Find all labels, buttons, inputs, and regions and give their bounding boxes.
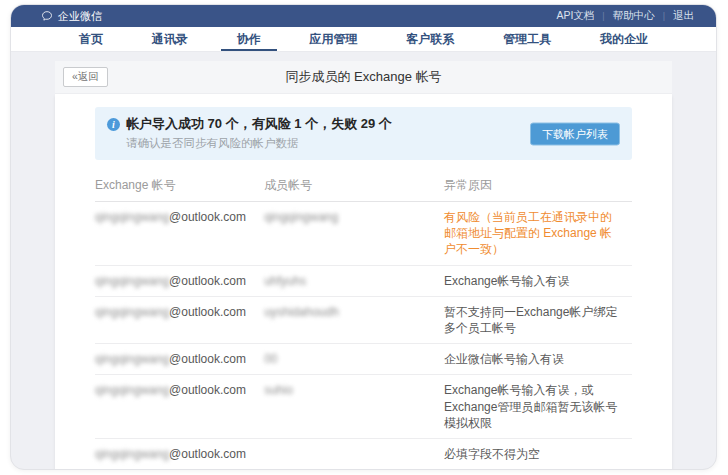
error-reason: 企业微信帐号输入有误 <box>444 344 632 375</box>
exchange-account-user: qingqingwang <box>95 447 169 461</box>
table-body: qingqingwang@outlook.com qingqingwang 有风… <box>95 202 632 471</box>
member-account: uyshidahoudh <box>264 305 339 319</box>
member-account: 00 <box>264 352 277 366</box>
table-row: qingqingwang@outlook.com uhfyuhs Exchang… <box>95 265 632 296</box>
error-reason: 必填字段不得为空 <box>444 438 632 469</box>
sync-result-table: Exchange 帐号 成员帐号 异常原因 qingqingwang@outlo… <box>95 171 632 470</box>
member-account: suhio <box>264 383 293 397</box>
tab-contacts[interactable]: 通讯录 <box>136 27 204 51</box>
table-row: qingqingwang@outlook.com 00 企业微信帐号输入有误 <box>95 344 632 375</box>
exchange-account-user: qingqingwang <box>95 210 169 224</box>
col-header-member-account: 成员帐号 <box>264 171 444 202</box>
top-bar: 企业微信 API文档 | 帮助中心 | 退出 <box>11 5 716 27</box>
tab-management-tools[interactable]: 管理工具 <box>487 27 567 51</box>
download-account-list-button[interactable]: 下载帐户列表 <box>530 122 620 145</box>
error-reason: Exchange帐号输入有误 <box>444 265 632 296</box>
table-row: qingqingwang@outlook.com suhio Exchange帐… <box>95 375 632 439</box>
tab-customer-contact[interactable]: 客户联系 <box>390 27 470 51</box>
app-window: 企业微信 API文档 | 帮助中心 | 退出 首页 通讯录 协作 应用管理 客户… <box>10 4 717 470</box>
app-logo-text: 企业微信 <box>58 9 102 24</box>
topbar-links: API文档 | 帮助中心 | 退出 <box>556 9 694 23</box>
col-header-exchange-account: Exchange 帐号 <box>95 171 264 202</box>
tab-home[interactable]: 首页 <box>63 27 119 51</box>
table-row: qingqingwang@outlook.com 必填字段不得为空 <box>95 438 632 469</box>
exchange-account-domain: @outlook.com <box>169 447 246 461</box>
exchange-account-user: qingqingwang <box>95 383 169 397</box>
divider: | <box>602 11 604 21</box>
panel-body: i 帐户导入成功 70 个，有风险 1 个，失败 29 个 请确认是否同步有风险… <box>55 94 672 470</box>
tab-app-management[interactable]: 应用管理 <box>293 27 373 51</box>
app-logo: 企业微信 <box>41 9 102 24</box>
tab-collaboration[interactable]: 协作 <box>221 27 277 51</box>
logout-link[interactable]: 退出 <box>673 9 694 23</box>
page-title: 同步成员的 Exchange 帐号 <box>285 68 441 86</box>
exchange-account-user: qingqingwang <box>95 352 169 366</box>
help-center-link[interactable]: 帮助中心 <box>613 9 655 23</box>
table-header-row: Exchange 帐号 成员帐号 异常原因 <box>95 171 632 202</box>
col-header-error-reason: 异常原因 <box>444 171 632 202</box>
api-docs-link[interactable]: API文档 <box>556 9 594 23</box>
info-icon: i <box>107 118 120 131</box>
main-nav: 首页 通讯录 协作 应用管理 客户联系 管理工具 我的企业 <box>11 27 716 52</box>
member-account: qingqingwang <box>264 210 338 224</box>
exchange-account-domain: @outlook.com <box>169 383 246 397</box>
exchange-account-user: qingqingwang <box>95 274 169 288</box>
import-result-summary: 帐户导入成功 70 个，有风险 1 个，失败 29 个 <box>126 115 392 133</box>
table-row: qingqingwang@outlook.com qingqingwang 有风… <box>95 202 632 266</box>
panel-header: «返回 同步成员的 Exchange 帐号 <box>55 61 672 94</box>
sync-panel: «返回 同步成员的 Exchange 帐号 i 帐户导入成功 70 个，有风险 … <box>55 61 672 470</box>
chat-bubble-icon <box>41 10 53 22</box>
exchange-account-domain: @outlook.com <box>169 305 246 319</box>
exchange-account-domain: @outlook.com <box>169 352 246 366</box>
divider: | <box>663 11 665 21</box>
member-account: uhfyuhs <box>264 274 306 288</box>
import-result-banner: i 帐户导入成功 70 个，有风险 1 个，失败 29 个 请确认是否同步有风险… <box>95 107 632 160</box>
table-row: qingqingwang@outlook.com uyshidahoudh 暂不… <box>95 296 632 343</box>
import-result-hint: 请确认是否同步有风险的帐户数据 <box>126 136 502 151</box>
content-area: «返回 同步成员的 Exchange 帐号 i 帐户导入成功 70 个，有风险 … <box>11 52 716 470</box>
back-button[interactable]: «返回 <box>63 67 108 87</box>
error-reason: 有风险（当前员工在通讯录中的邮箱地址与配置的 Exchange 帐户不一致） <box>444 202 632 266</box>
exchange-account-domain: @outlook.com <box>169 210 246 224</box>
exchange-account-domain: @outlook.com <box>169 274 246 288</box>
error-reason: 暂不支持同一Exchange帐户绑定多个员工帐号 <box>444 296 632 343</box>
exchange-account-user: qingqingwang <box>95 305 169 319</box>
tab-my-enterprise[interactable]: 我的企业 <box>584 27 664 51</box>
error-reason: Exchange帐号输入有误，或Exchange管理员邮箱暂无该帐号模拟权限 <box>444 375 632 439</box>
